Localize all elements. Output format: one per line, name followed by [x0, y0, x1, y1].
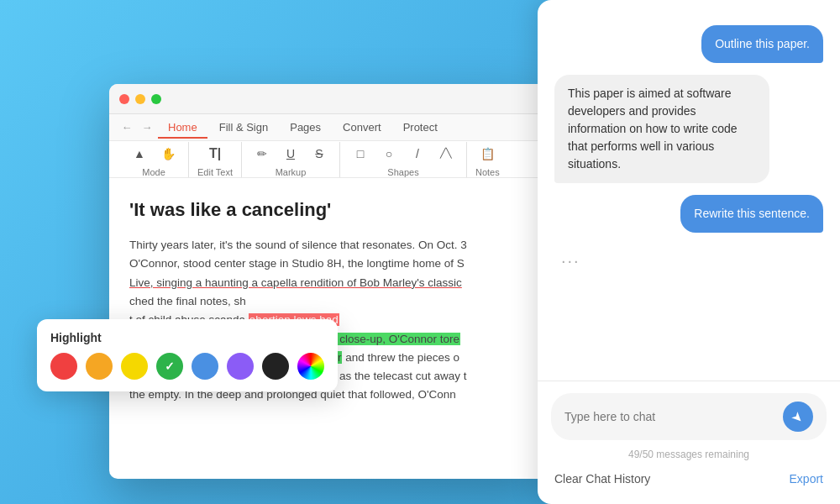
doc-para-1: Thirty years later, it's the sound of si…: [129, 236, 526, 255]
ellipse-icon[interactable]: ○: [377, 142, 401, 165]
tab-fill-sign[interactable]: Fill & Sign: [209, 118, 279, 139]
maximize-button[interactable]: [151, 94, 161, 104]
edit-text-icon[interactable]: T|: [203, 142, 227, 165]
send-button[interactable]: ➤: [783, 402, 813, 432]
color-dot-green[interactable]: ✓: [156, 353, 183, 380]
document-title: 'It was like a canceling': [129, 195, 526, 224]
tab-home[interactable]: Home: [158, 118, 207, 139]
back-button[interactable]: ←: [118, 118, 136, 137]
toolbar: ▲ ✋ Mode T| Edit Text ✏ U S Markup □ ○ /: [109, 141, 546, 178]
edittext-label: Edit Text: [197, 167, 233, 177]
highlight-picker-label: Highlight: [50, 331, 324, 344]
underline-icon[interactable]: U: [279, 142, 302, 165]
chat-panel: Outline this paper. This paper is aimed …: [538, 0, 840, 504]
doc-para-3: Live, singing a haunting a capella rendi…: [129, 274, 526, 292]
highlight-icon[interactable]: ✏: [250, 142, 274, 165]
messages-remaining: 49/50 messages remaining: [551, 449, 827, 460]
color-dot-yellow[interactable]: [121, 353, 148, 380]
color-dot-spectrum[interactable]: [297, 353, 324, 380]
strikethrough-icon[interactable]: S: [307, 142, 331, 165]
close-button[interactable]: [119, 94, 129, 104]
chat-message-user-1: Outline this paper.: [701, 25, 823, 63]
cursor-icon[interactable]: ▲: [128, 142, 151, 165]
chat-input-row: ➤: [551, 393, 827, 440]
hand-icon[interactable]: ✋: [156, 142, 180, 165]
cross-icon[interactable]: ╱╲: [434, 142, 458, 165]
rect-icon[interactable]: □: [349, 142, 372, 165]
chat-messages: Outline this paper. This paper is aimed …: [538, 0, 840, 381]
chat-input[interactable]: [564, 410, 774, 423]
typing-indicator: ...: [554, 244, 587, 270]
toolbar-markup-group: ✏ U S Markup: [242, 142, 340, 177]
shapes-label: Shapes: [387, 167, 418, 177]
markup-label: Markup: [276, 167, 307, 177]
chat-footer: Clear Chat History Export: [551, 469, 827, 492]
minimize-button[interactable]: [135, 94, 145, 104]
chat-message-user-2: Rewrite this sentence.: [680, 195, 823, 233]
chat-input-area: ➤ 49/50 messages remaining Clear Chat Hi…: [538, 381, 840, 504]
tab-convert[interactable]: Convert: [333, 118, 391, 139]
notes-icon[interactable]: 📋: [475, 142, 499, 165]
editor-window: ← → Home Fill & Sign Pages Convert Prote…: [109, 84, 546, 479]
clear-chat-button[interactable]: Clear Chat History: [554, 469, 650, 489]
window-titlebar: [109, 84, 546, 114]
tab-pages[interactable]: Pages: [280, 118, 331, 139]
forward-button[interactable]: →: [138, 118, 156, 137]
toolbar-edittext-group: T| Edit Text: [189, 142, 242, 177]
toolbar-shapes-group: □ ○ / ╱╲ Shapes: [340, 142, 467, 177]
color-dot-row: ✓: [50, 353, 324, 380]
chat-message-assistant-1: This paper is aimed at software develope…: [554, 75, 769, 183]
doc-para-4: ched the final notes, sh: [129, 292, 526, 311]
color-dot-red[interactable]: [50, 353, 77, 380]
color-dot-orange[interactable]: [86, 353, 113, 380]
tab-protect[interactable]: Protect: [393, 118, 448, 139]
notes-label: Notes: [475, 167, 500, 177]
color-dot-purple[interactable]: [227, 353, 254, 380]
mode-label: Mode: [142, 167, 165, 177]
color-dot-blue[interactable]: [192, 353, 218, 380]
toolbar-notes-group: 📋 Notes: [467, 142, 508, 177]
doc-para-3-underline: Live, singing a haunting a capella rendi…: [129, 276, 462, 289]
export-button[interactable]: Export: [790, 472, 823, 486]
tab-bar: ← → Home Fill & Sign Pages Convert Prote…: [109, 114, 546, 141]
send-icon: ➤: [788, 407, 807, 427]
highlight-picker: Highlight ✓: [37, 319, 338, 391]
line-icon[interactable]: /: [406, 142, 429, 165]
checkmark-icon: ✓: [165, 360, 175, 373]
doc-para-2: O'Connor, stood center stage in Studio 8…: [129, 255, 526, 273]
color-dot-black[interactable]: [262, 353, 289, 380]
toolbar-mode-group: ▲ ✋ Mode: [119, 142, 189, 177]
